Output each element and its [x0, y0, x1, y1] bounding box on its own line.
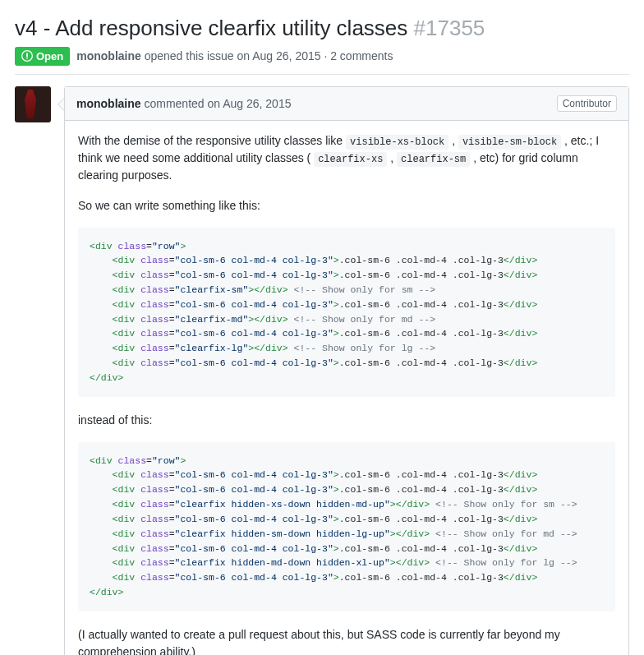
state-label: Open — [36, 50, 63, 62]
timeline: monoblaine commented on Aug 26, 2015 Con… — [15, 86, 629, 656]
issue-meta-text: opened this issue on Aug 26, 2015 · 2 co… — [145, 49, 393, 62]
issue-title: v4 - Add responsive clearfix utility cla… — [15, 15, 629, 42]
paragraph: instead of this: — [78, 412, 615, 429]
state-badge: Open — [15, 47, 70, 66]
issue-header: v4 - Add responsive clearfix utility cla… — [15, 15, 629, 75]
comment-author-link[interactable]: monoblaine — [76, 97, 141, 110]
issue-title-text: v4 - Add responsive clearfix utility cla… — [15, 16, 407, 40]
comment-body: With the demise of the responsive utilit… — [65, 121, 628, 656]
contributor-badge: Contributor — [557, 95, 617, 112]
issue-meta: Open monoblaine opened this issue on Aug… — [15, 47, 629, 66]
code-block: <div class="row"> <div class="col-sm-6 c… — [78, 228, 615, 397]
inline-code: clearfix-xs — [314, 152, 387, 167]
code-block: <div class="row"> <div class="col-sm-6 c… — [78, 442, 615, 611]
comment-container: monoblaine commented on Aug 26, 2015 Con… — [64, 86, 629, 656]
comment-arrow-icon — [58, 98, 64, 111]
avatar[interactable] — [15, 86, 51, 122]
comment-header: monoblaine commented on Aug 26, 2015 Con… — [65, 87, 628, 121]
inline-code: visible-xs-block — [346, 135, 448, 150]
comment-box: monoblaine commented on Aug 26, 2015 Con… — [64, 86, 629, 656]
issue-author-link[interactable]: monoblaine — [76, 49, 141, 62]
issue-number: #17355 — [414, 16, 485, 40]
paragraph: (I actually wanted to create a pull requ… — [78, 626, 615, 655]
inline-code: visible-sm-block — [458, 135, 561, 150]
paragraph: With the demise of the responsive utilit… — [78, 132, 615, 184]
inline-code: clearfix-sm — [397, 152, 470, 167]
comment-action: commented on Aug 26, 2015 — [144, 97, 291, 110]
issue-open-icon — [21, 50, 33, 62]
paragraph: So we can write something like this: — [78, 197, 615, 214]
